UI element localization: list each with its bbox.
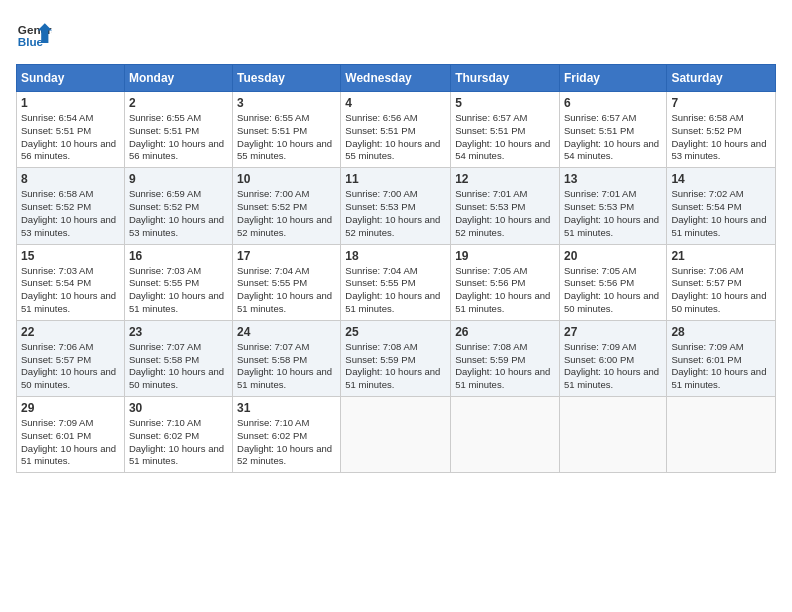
calendar-cell: 23 Sunrise: 7:07 AM Sunset: 5:58 PM Dayl… <box>124 320 232 396</box>
logo-icon: General Blue <box>16 16 52 52</box>
col-friday: Friday <box>559 65 666 92</box>
calendar-week-row: 1 Sunrise: 6:54 AM Sunset: 5:51 PM Dayli… <box>17 92 776 168</box>
calendar-cell: 6 Sunrise: 6:57 AM Sunset: 5:51 PM Dayli… <box>559 92 666 168</box>
day-info: Sunrise: 7:03 AM Sunset: 5:54 PM Dayligh… <box>21 265 120 316</box>
calendar-cell <box>341 397 451 473</box>
calendar-cell: 8 Sunrise: 6:58 AM Sunset: 5:52 PM Dayli… <box>17 168 125 244</box>
day-info: Sunrise: 7:09 AM Sunset: 6:01 PM Dayligh… <box>21 417 120 468</box>
day-number: 13 <box>564 172 662 186</box>
calendar-cell: 14 Sunrise: 7:02 AM Sunset: 5:54 PM Dayl… <box>667 168 776 244</box>
day-info: Sunrise: 7:05 AM Sunset: 5:56 PM Dayligh… <box>564 265 662 316</box>
day-info: Sunrise: 6:57 AM Sunset: 5:51 PM Dayligh… <box>455 112 555 163</box>
calendar-cell: 4 Sunrise: 6:56 AM Sunset: 5:51 PM Dayli… <box>341 92 451 168</box>
svg-text:Blue: Blue <box>18 35 44 48</box>
calendar-cell: 9 Sunrise: 6:59 AM Sunset: 5:52 PM Dayli… <box>124 168 232 244</box>
day-info: Sunrise: 7:09 AM Sunset: 6:01 PM Dayligh… <box>671 341 771 392</box>
day-number: 18 <box>345 249 446 263</box>
logo: General Blue <box>16 16 52 52</box>
day-number: 2 <box>129 96 228 110</box>
day-number: 17 <box>237 249 336 263</box>
calendar-cell: 25 Sunrise: 7:08 AM Sunset: 5:59 PM Dayl… <box>341 320 451 396</box>
day-info: Sunrise: 7:07 AM Sunset: 5:58 PM Dayligh… <box>129 341 228 392</box>
calendar-cell: 27 Sunrise: 7:09 AM Sunset: 6:00 PM Dayl… <box>559 320 666 396</box>
day-info: Sunrise: 7:10 AM Sunset: 6:02 PM Dayligh… <box>129 417 228 468</box>
calendar-week-row: 15 Sunrise: 7:03 AM Sunset: 5:54 PM Dayl… <box>17 244 776 320</box>
calendar-week-row: 29 Sunrise: 7:09 AM Sunset: 6:01 PM Dayl… <box>17 397 776 473</box>
day-info: Sunrise: 6:58 AM Sunset: 5:52 PM Dayligh… <box>671 112 771 163</box>
calendar-cell: 16 Sunrise: 7:03 AM Sunset: 5:55 PM Dayl… <box>124 244 232 320</box>
day-info: Sunrise: 7:04 AM Sunset: 5:55 PM Dayligh… <box>237 265 336 316</box>
day-info: Sunrise: 7:01 AM Sunset: 5:53 PM Dayligh… <box>455 188 555 239</box>
col-thursday: Thursday <box>451 65 560 92</box>
day-number: 28 <box>671 325 771 339</box>
day-info: Sunrise: 7:00 AM Sunset: 5:53 PM Dayligh… <box>345 188 446 239</box>
calendar-cell: 30 Sunrise: 7:10 AM Sunset: 6:02 PM Dayl… <box>124 397 232 473</box>
day-info: Sunrise: 6:57 AM Sunset: 5:51 PM Dayligh… <box>564 112 662 163</box>
day-info: Sunrise: 6:54 AM Sunset: 5:51 PM Dayligh… <box>21 112 120 163</box>
day-info: Sunrise: 7:06 AM Sunset: 5:57 PM Dayligh… <box>671 265 771 316</box>
day-info: Sunrise: 7:05 AM Sunset: 5:56 PM Dayligh… <box>455 265 555 316</box>
day-info: Sunrise: 6:55 AM Sunset: 5:51 PM Dayligh… <box>129 112 228 163</box>
calendar-cell: 31 Sunrise: 7:10 AM Sunset: 6:02 PM Dayl… <box>233 397 341 473</box>
calendar-cell: 3 Sunrise: 6:55 AM Sunset: 5:51 PM Dayli… <box>233 92 341 168</box>
day-number: 16 <box>129 249 228 263</box>
day-info: Sunrise: 7:02 AM Sunset: 5:54 PM Dayligh… <box>671 188 771 239</box>
col-saturday: Saturday <box>667 65 776 92</box>
day-number: 30 <box>129 401 228 415</box>
day-info: Sunrise: 6:59 AM Sunset: 5:52 PM Dayligh… <box>129 188 228 239</box>
col-sunday: Sunday <box>17 65 125 92</box>
calendar-cell: 22 Sunrise: 7:06 AM Sunset: 5:57 PM Dayl… <box>17 320 125 396</box>
day-number: 31 <box>237 401 336 415</box>
calendar-cell: 7 Sunrise: 6:58 AM Sunset: 5:52 PM Dayli… <box>667 92 776 168</box>
calendar-cell: 24 Sunrise: 7:07 AM Sunset: 5:58 PM Dayl… <box>233 320 341 396</box>
calendar-cell: 18 Sunrise: 7:04 AM Sunset: 5:55 PM Dayl… <box>341 244 451 320</box>
calendar-cell <box>667 397 776 473</box>
day-number: 22 <box>21 325 120 339</box>
day-number: 1 <box>21 96 120 110</box>
day-number: 8 <box>21 172 120 186</box>
day-number: 19 <box>455 249 555 263</box>
day-number: 6 <box>564 96 662 110</box>
day-info: Sunrise: 6:55 AM Sunset: 5:51 PM Dayligh… <box>237 112 336 163</box>
day-info: Sunrise: 7:03 AM Sunset: 5:55 PM Dayligh… <box>129 265 228 316</box>
day-number: 9 <box>129 172 228 186</box>
col-wednesday: Wednesday <box>341 65 451 92</box>
day-info: Sunrise: 7:04 AM Sunset: 5:55 PM Dayligh… <box>345 265 446 316</box>
calendar-cell: 10 Sunrise: 7:00 AM Sunset: 5:52 PM Dayl… <box>233 168 341 244</box>
calendar-cell: 5 Sunrise: 6:57 AM Sunset: 5:51 PM Dayli… <box>451 92 560 168</box>
day-number: 25 <box>345 325 446 339</box>
day-number: 20 <box>564 249 662 263</box>
calendar-cell: 15 Sunrise: 7:03 AM Sunset: 5:54 PM Dayl… <box>17 244 125 320</box>
day-number: 27 <box>564 325 662 339</box>
day-info: Sunrise: 6:56 AM Sunset: 5:51 PM Dayligh… <box>345 112 446 163</box>
col-tuesday: Tuesday <box>233 65 341 92</box>
day-info: Sunrise: 7:07 AM Sunset: 5:58 PM Dayligh… <box>237 341 336 392</box>
day-info: Sunrise: 7:09 AM Sunset: 6:00 PM Dayligh… <box>564 341 662 392</box>
calendar-cell: 2 Sunrise: 6:55 AM Sunset: 5:51 PM Dayli… <box>124 92 232 168</box>
day-info: Sunrise: 7:08 AM Sunset: 5:59 PM Dayligh… <box>345 341 446 392</box>
calendar-cell: 26 Sunrise: 7:08 AM Sunset: 5:59 PM Dayl… <box>451 320 560 396</box>
calendar-cell: 11 Sunrise: 7:00 AM Sunset: 5:53 PM Dayl… <box>341 168 451 244</box>
calendar-cell: 12 Sunrise: 7:01 AM Sunset: 5:53 PM Dayl… <box>451 168 560 244</box>
day-info: Sunrise: 7:10 AM Sunset: 6:02 PM Dayligh… <box>237 417 336 468</box>
day-number: 7 <box>671 96 771 110</box>
day-number: 26 <box>455 325 555 339</box>
col-monday: Monday <box>124 65 232 92</box>
calendar-cell <box>451 397 560 473</box>
day-number: 21 <box>671 249 771 263</box>
calendar-cell: 13 Sunrise: 7:01 AM Sunset: 5:53 PM Dayl… <box>559 168 666 244</box>
calendar-cell: 17 Sunrise: 7:04 AM Sunset: 5:55 PM Dayl… <box>233 244 341 320</box>
calendar-cell: 28 Sunrise: 7:09 AM Sunset: 6:01 PM Dayl… <box>667 320 776 396</box>
day-number: 3 <box>237 96 336 110</box>
calendar-cell: 21 Sunrise: 7:06 AM Sunset: 5:57 PM Dayl… <box>667 244 776 320</box>
day-number: 24 <box>237 325 336 339</box>
day-number: 29 <box>21 401 120 415</box>
day-number: 14 <box>671 172 771 186</box>
day-info: Sunrise: 7:00 AM Sunset: 5:52 PM Dayligh… <box>237 188 336 239</box>
day-info: Sunrise: 7:01 AM Sunset: 5:53 PM Dayligh… <box>564 188 662 239</box>
day-number: 23 <box>129 325 228 339</box>
calendar-header-row: Sunday Monday Tuesday Wednesday Thursday… <box>17 65 776 92</box>
day-number: 4 <box>345 96 446 110</box>
day-number: 5 <box>455 96 555 110</box>
day-number: 12 <box>455 172 555 186</box>
